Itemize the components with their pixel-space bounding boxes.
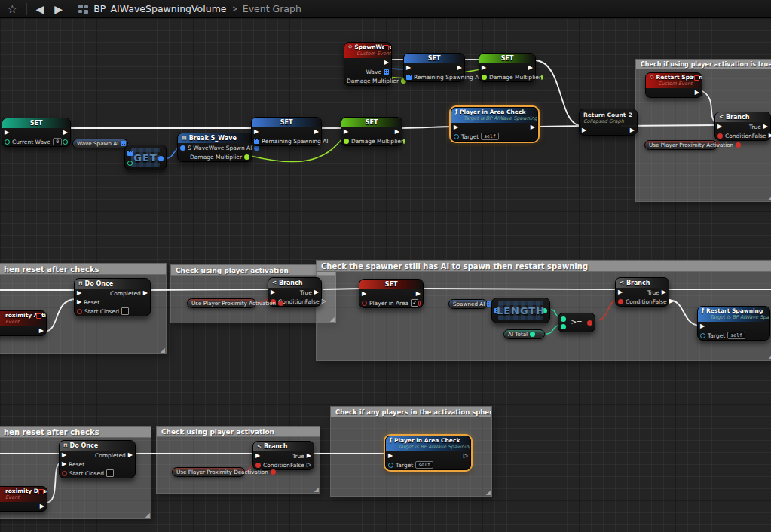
completed-out-pin[interactable]: ▶	[128, 452, 133, 458]
false-out-pin[interactable]: ▶	[669, 298, 674, 304]
float-out-pin[interactable]	[541, 75, 543, 80]
exec-out-pin[interactable]: ▶	[416, 291, 421, 297]
variable-use-player-proximity-activation[interactable]: Use Player Proximity Activation	[644, 140, 717, 150]
false-out-pin[interactable]: ▶	[769, 133, 771, 139]
node-player-in-area-check-top[interactable]: ƒPlayer in Area Check Target is BP AIWav…	[451, 107, 538, 142]
false-out-pin[interactable]: ▷	[322, 298, 326, 304]
node-branch-spawner-has-ai[interactable]: <Branch ▶True▶ ConditionFalse▶	[615, 277, 669, 307]
default-value-field[interactable]: 0	[53, 138, 62, 145]
variable-spawned-ai[interactable]: Spawned AI	[448, 299, 488, 309]
comment-title[interactable]: Check using player activation	[157, 427, 320, 437]
node-array-length[interactable]: LENGTH	[491, 298, 550, 323]
int-in-pin-a[interactable]	[561, 316, 566, 322]
exec-in-pin[interactable]: ▶	[700, 323, 705, 329]
comment-title[interactable]: Chech if using player activation is true…	[636, 60, 771, 69]
comment-resize-handle[interactable]: ◢	[486, 490, 491, 496]
variable-use-player-proximity-activation-mid[interactable]: Use Player Proximity Activation	[187, 298, 256, 308]
exec-in-pin[interactable]: ▶	[5, 130, 9, 136]
delegate-pin-icon[interactable]	[38, 489, 44, 494]
navigate-back-icon[interactable]: ◀	[33, 4, 47, 14]
comment-resize-handle[interactable]: ◢	[768, 195, 771, 201]
navigate-forward-icon[interactable]: ▶	[51, 4, 66, 14]
node-spawnwave-event[interactable]: ◇SpawnWave Custom Event ▶ Wave Damage Mu…	[344, 42, 392, 86]
node-do-once-mid[interactable]: ⊓Do Once ▶Completed▶ ▶Reset Start Closed	[74, 278, 151, 316]
bool-out-pin[interactable]	[587, 320, 592, 326]
target-in-pin[interactable]	[388, 463, 393, 468]
node-branch-activation-true[interactable]: <Branch ▶True▶ ConditionFalse▶	[714, 112, 771, 141]
node-greater-equal[interactable]: >=	[558, 313, 595, 332]
wire-exec[interactable]	[402, 127, 455, 128]
bool-in-pin[interactable]	[77, 309, 82, 314]
node-break-s-wave[interactable]: ▤Break S_Wave S Wave Wave Spawn AI Damag…	[177, 133, 252, 162]
start-closed-checkbox[interactable]	[106, 469, 114, 477]
comment-title[interactable]: hen reset after checks	[0, 264, 166, 275]
node-set-remaining-spawning-ai[interactable]: SET ▶▶ Remaining Spawning AI	[251, 117, 322, 146]
comment-resize-handle[interactable]: ◢	[314, 487, 319, 493]
exec-in-pin[interactable]: ▶	[406, 65, 411, 71]
exec-in-pin[interactable]: ▶	[271, 289, 275, 295]
target-in-pin[interactable]	[700, 333, 705, 338]
reset-in-pin[interactable]: ▶	[77, 299, 81, 305]
exec-in-pin[interactable]: ▶	[255, 453, 260, 459]
true-out-pin[interactable]: ▶	[763, 124, 768, 130]
node-set-damage-multiplier-top[interactable]: SET ▶▶ Damage Multiplier	[479, 53, 536, 82]
node-player-in-area-check-bottom[interactable]: ƒPlayer in Area Check Target is BP AIWav…	[385, 436, 471, 470]
comment-title[interactable]: Check using player activation	[171, 265, 335, 276]
exec-in-pin[interactable]: ▶	[77, 290, 81, 296]
node-set-damage-multiplier[interactable]: SET ▶▶ Damage Multiplier	[341, 117, 402, 146]
exec-out-pin[interactable]: ▶	[314, 129, 319, 135]
reset-in-pin[interactable]: ▶	[62, 461, 66, 467]
node-set-remaining-spawning-ai-top[interactable]: SET ▶▶ Remaining Spawning AI	[403, 53, 465, 82]
node-do-once-bottom[interactable]: ⊓Do Once ▶Completed▶ ▶Reset Start Closed	[59, 440, 136, 478]
exec-out-pin[interactable]: ▶	[531, 124, 535, 130]
delegate-pin-icon[interactable]	[694, 75, 699, 81]
delegate-pin-icon[interactable]	[384, 45, 389, 50]
comment-resize-handle[interactable]: ◢	[768, 354, 771, 360]
false-out-pin[interactable]: ▷	[307, 462, 311, 468]
float-in-pin[interactable]	[482, 75, 487, 80]
event-graph-canvas[interactable]: Chech if using player activation is true…	[0, 18, 771, 532]
exec-in-pin[interactable]: ▶	[362, 291, 366, 297]
int-in-pin[interactable]	[254, 139, 259, 144]
exec-in-pin[interactable]: ▶	[618, 289, 623, 295]
condition-pin[interactable]	[255, 463, 261, 468]
condition-pin[interactable]	[717, 133, 723, 139]
exec-out-pin[interactable]: ▶	[695, 90, 699, 96]
int-pin[interactable]	[5, 139, 10, 145]
exec-out-pin[interactable]: ▶	[384, 60, 389, 66]
node-return-count-collapsed-graph[interactable]: Return Count_2 Collapsed Graph ▶▶	[579, 109, 638, 136]
target-in-pin[interactable]	[454, 134, 459, 139]
int-out-pin[interactable]	[63, 139, 68, 145]
node-set-player-in-area[interactable]: SET ▶▶ Player in Area✓	[359, 279, 424, 308]
start-closed-checkbox[interactable]	[121, 307, 129, 315]
completed-out-pin[interactable]: ▶	[143, 290, 148, 296]
int-in-pin[interactable]	[406, 75, 412, 80]
exec-in-pin[interactable]: ▶	[582, 127, 586, 133]
float-out-pin[interactable]	[403, 139, 405, 144]
condition-pin[interactable]	[618, 299, 623, 304]
node-player-proximity-deactivation-event[interactable]: roximity Deactivation Event ▶	[0, 486, 47, 512]
delegate-pin-icon[interactable]	[36, 313, 41, 319]
int-out-pin[interactable]	[384, 69, 389, 75]
node-branch-using-activation-bottom[interactable]: <Branch ▶True▶ ConditionFalse▷	[252, 441, 314, 470]
exec-in-pin[interactable]: ▶	[388, 453, 393, 459]
breadcrumb-graph-name[interactable]: Event Graph	[243, 3, 301, 14]
wire-exec[interactable]	[536, 60, 580, 126]
exec-in-pin[interactable]: ▶	[62, 452, 66, 458]
bool-in-pin[interactable]	[362, 301, 367, 306]
node-restart-spawning-call[interactable]: ƒRestart Spawning Target is BP AIWave Sp…	[697, 306, 770, 341]
exec-out-pin[interactable]: ▶	[528, 65, 533, 71]
favorite-star-icon[interactable]: ☆	[5, 4, 20, 14]
variable-use-player-proximity-deactivation[interactable]: Use Player Proximity Deactivation	[172, 467, 245, 477]
variable-ai-total[interactable]: AI Total	[503, 329, 545, 339]
exec-out-pin[interactable]: ▷	[464, 453, 468, 459]
player-in-area-checkbox[interactable]: ✓	[411, 299, 418, 307]
struct-in-pin[interactable]	[180, 145, 185, 151]
node-player-proximity-activation-event[interactable]: roximity Activation Event ▶	[0, 310, 47, 336]
exec-in-pin[interactable]: ▶	[454, 124, 458, 130]
comment-title[interactable]: hen reset after checks	[0, 427, 151, 438]
exec-in-pin[interactable]: ▶	[344, 129, 348, 135]
exec-out-pin[interactable]: ▶	[63, 130, 68, 136]
bool-out-pin[interactable]	[271, 469, 276, 475]
comment-resize-handle[interactable]: ◢	[145, 512, 150, 518]
